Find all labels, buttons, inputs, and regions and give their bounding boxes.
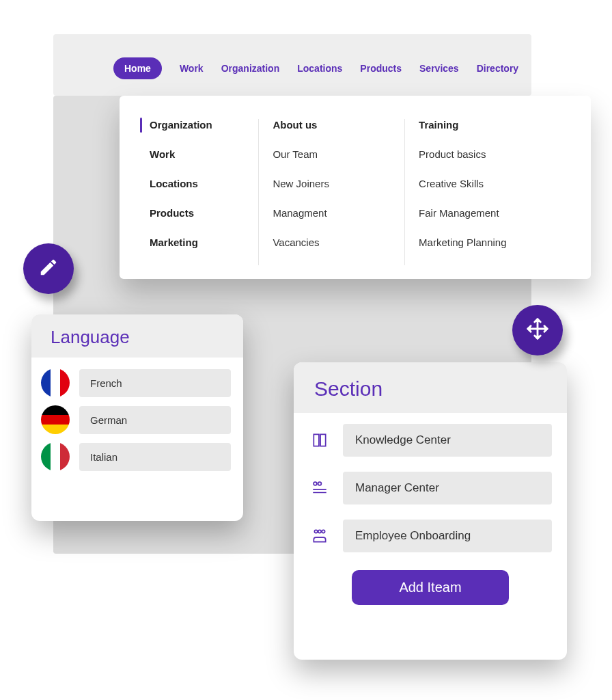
mega-item-product-basics[interactable]: Product basics [419,148,564,160]
mega-item-marketing-planning[interactable]: Marketing Planning [419,237,564,248]
svg-point-3 [318,530,321,533]
language-label: German [79,406,231,434]
svg-point-2 [314,530,317,533]
language-label: Italian [79,443,231,471]
mega-menu-col1: Organization Work Locations Products Mar… [140,119,259,265]
tab-home[interactable]: Home [113,57,162,79]
edit-button[interactable] [23,243,74,294]
pencil-icon [38,257,59,280]
section-label: Employee Onboarding [343,520,552,552]
language-row-italian[interactable]: Italian [41,442,231,471]
language-title: Language [31,314,243,358]
mega-item-vacancies[interactable]: Vacancies [273,237,404,248]
mega-item-locations[interactable]: Locations [140,178,258,189]
tab-organization[interactable]: Organization [221,63,280,74]
add-item-button[interactable]: Add Iteam [352,570,509,605]
section-card: Section Knowledge Center Manager Center [294,362,567,660]
svg-point-1 [318,482,322,485]
mega-item-managment[interactable]: Managment [273,207,404,219]
section-row-manager[interactable]: Manager Center [309,466,552,504]
mega-item-work[interactable]: Work [140,148,258,160]
language-card: Language French German Italian [31,314,243,521]
mega-item-creative-skills[interactable]: Creative Skills [419,178,564,189]
section-label: Manager Center [343,472,552,504]
mega-menu-col2: About us Our Team New Joiners Managment … [259,119,405,265]
nav-tabs: Home Work Organization Locations Product… [113,57,518,79]
people-list-icon [309,479,331,497]
flag-france-icon [41,368,70,397]
svg-point-4 [322,530,324,533]
tab-work[interactable]: Work [180,63,204,74]
section-label: Knowledge Center [343,424,552,457]
section-title: Section [294,362,567,413]
move-button[interactable] [512,305,563,355]
move-icon [526,317,549,343]
mega-col3-head: Training [419,119,564,131]
team-icon [309,527,331,545]
svg-point-0 [314,482,317,485]
tab-directory[interactable]: Directory [477,63,518,74]
section-row-knowledge[interactable]: Knowledge Center [309,418,552,457]
mega-item-new-joiners[interactable]: New Joiners [273,178,404,189]
flag-germany-icon [41,405,70,434]
mega-item-fair-management[interactable]: Fair Management [419,207,564,219]
tab-products[interactable]: Products [360,63,402,74]
language-label: French [79,369,231,397]
tab-services[interactable]: Services [419,63,459,74]
mega-menu-col3: Training Product basics Creative Skills … [405,119,564,265]
mega-item-our-team[interactable]: Our Team [273,148,404,160]
mega-item-marketing[interactable]: Marketing [140,237,258,248]
mega-item-organization[interactable]: Organization [140,119,258,131]
book-icon [309,431,331,449]
language-row-french[interactable]: French [41,368,231,397]
tab-locations[interactable]: Locations [297,63,342,74]
mega-menu: Organization Work Locations Products Mar… [120,96,591,279]
mega-item-products[interactable]: Products [140,207,258,219]
flag-italy-icon [41,442,70,471]
language-row-german[interactable]: German [41,405,231,434]
section-row-onboarding[interactable]: Employee Onboarding [309,514,552,552]
mega-col2-head: About us [273,119,404,131]
